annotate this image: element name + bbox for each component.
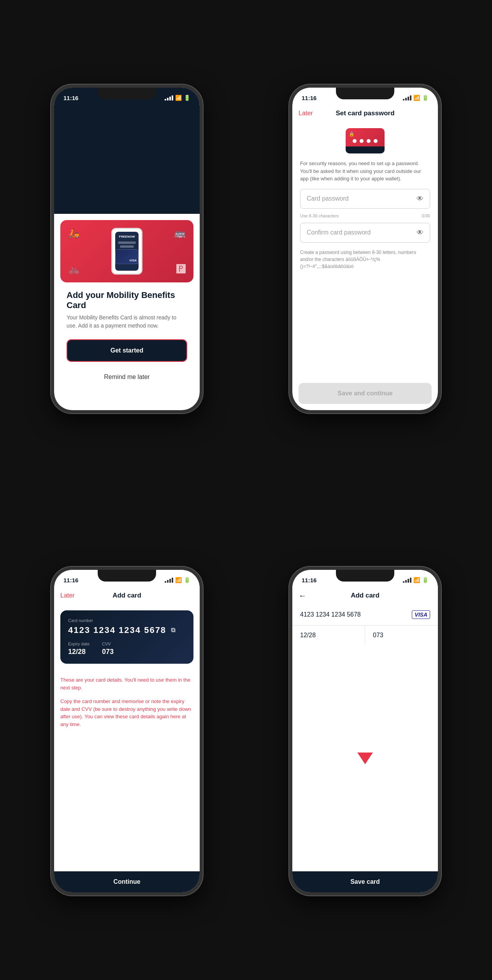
signal-icon-4 bbox=[403, 578, 411, 583]
card-number-value: 4123 1234 1234 5678 ⧉ bbox=[68, 625, 186, 635]
phone-screen-3: 11:16 📶 🔋 Later Add card bbox=[54, 570, 200, 892]
phone-frame-3: 11:16 📶 🔋 Later Add card bbox=[51, 567, 203, 895]
status-bar-2: 11:16 📶 🔋 bbox=[292, 88, 438, 105]
scooter-icon: 🛵 bbox=[68, 228, 80, 239]
expiry-item: Expiry date 12/28 bbox=[68, 642, 90, 656]
status-bar-4: 11:16 📶 🔋 bbox=[292, 570, 438, 587]
info-text-1: These are your card details. You'll need… bbox=[54, 670, 200, 694]
expiry-display: 12/28 bbox=[300, 632, 316, 638]
confirm-password-input[interactable]: Confirm card password 👁 bbox=[300, 223, 430, 243]
status-icons-1: 📶 🔋 bbox=[165, 95, 190, 101]
nav-later-2[interactable]: Later bbox=[299, 110, 313, 117]
card-display: Card number 4123 1234 1234 5678 ⧉ Expiry… bbox=[60, 610, 193, 664]
card-icon-area: 🔒 bbox=[292, 128, 438, 153]
status-time-4: 11:16 bbox=[302, 577, 316, 583]
status-time-1: 11:16 bbox=[63, 95, 78, 101]
cvv-field[interactable]: 073 bbox=[365, 626, 438, 645]
lock-icon: 🔒 bbox=[349, 131, 355, 137]
wifi-icon-2: 📶 bbox=[413, 95, 420, 101]
status-icons-2: 📶 🔋 bbox=[403, 95, 429, 101]
dot-1 bbox=[353, 139, 357, 143]
phone-screen-1: 11:16 📶 🔋 bbox=[54, 88, 200, 410]
nav-title-4: Add card bbox=[351, 592, 380, 599]
card-number-display: 4123 1234 1234 5678 bbox=[300, 611, 361, 618]
card-password-input[interactable]: Card password 👁 bbox=[300, 189, 430, 209]
down-arrow-area bbox=[292, 737, 438, 780]
password-rules: Create a password using between 8-30 let… bbox=[292, 246, 438, 273]
expiry-field[interactable]: 12/28 bbox=[292, 626, 365, 645]
signal-icon-3 bbox=[165, 578, 173, 583]
battery-icon-2: 🔋 bbox=[422, 95, 429, 101]
screen1-cell: 11:16 📶 🔋 bbox=[8, 8, 246, 490]
bus-icon: 🚌 bbox=[174, 228, 186, 239]
card-password-label: Card password bbox=[307, 195, 349, 202]
card-promo-section: 🛵 🚌 🚲 🅿 FREENOW VISA bbox=[54, 214, 200, 398]
nav-header-3: Later Add card bbox=[54, 587, 200, 604]
hint-chars: Use 8-30 characters bbox=[300, 213, 339, 218]
nav-title-3: Add card bbox=[112, 592, 141, 599]
screen4-cell: 11:16 📶 🔋 ← Add card bbox=[246, 490, 484, 972]
phone-mockup: FREENOW VISA bbox=[111, 228, 142, 275]
card-number-label: Card number bbox=[68, 618, 186, 623]
eye-icon-2[interactable]: 👁 bbox=[416, 229, 423, 237]
wifi-icon-1: 📶 bbox=[175, 95, 182, 101]
promo-image: 🛵 🚌 🚲 🅿 FREENOW VISA bbox=[60, 220, 193, 282]
hint-count: 0/30 bbox=[422, 213, 430, 218]
confirm-password-label: Confirm card password bbox=[307, 229, 371, 236]
phone-screen-2: 11:16 📶 🔋 Later Set card password bbox=[292, 88, 438, 410]
phone-mockup-screen: FREENOW VISA bbox=[115, 232, 139, 271]
visa-card-small: VISA bbox=[115, 249, 139, 264]
nav-header-2: Later Set card password bbox=[292, 105, 438, 122]
save-card-button[interactable]: Save card bbox=[292, 871, 438, 892]
status-icons-3: 📶 🔋 bbox=[165, 577, 190, 583]
get-started-button[interactable]: Get started bbox=[67, 339, 187, 362]
promo-desc: Your Mobility Benefits Card is almost re… bbox=[67, 314, 187, 330]
info-text-2: Copy the card number and memorise or not… bbox=[54, 694, 200, 734]
save-continue-button: Save and continue bbox=[299, 383, 432, 404]
card-details-row: Expiry date 12/28 CVV 073 bbox=[68, 642, 186, 656]
promo-image-inner: 🛵 🚌 🚲 🅿 FREENOW VISA bbox=[60, 220, 193, 282]
wifi-icon-3: 📶 bbox=[175, 577, 182, 583]
mockup-line-2 bbox=[120, 245, 134, 248]
status-time-2: 11:16 bbox=[302, 95, 316, 101]
status-bar-3: 11:16 📶 🔋 bbox=[54, 570, 200, 587]
parking-icon: 🅿 bbox=[176, 264, 186, 275]
arrow-down-icon bbox=[357, 753, 373, 764]
status-icons-4: 📶 🔋 bbox=[403, 577, 429, 583]
nav-later-3[interactable]: Later bbox=[60, 592, 74, 599]
battery-icon-1: 🔋 bbox=[184, 95, 190, 101]
security-desc: For security reasons, you need to set up… bbox=[292, 160, 438, 189]
card-icon-visual: 🔒 bbox=[346, 128, 385, 153]
card-password-hint: Use 8-30 characters 0/30 bbox=[292, 212, 438, 223]
eye-icon-1[interactable]: 👁 bbox=[416, 195, 423, 203]
promo-title: Add your Mobility Benefits Card bbox=[67, 290, 187, 310]
wifi-icon-4: 📶 bbox=[413, 577, 420, 583]
continue-button[interactable]: Continue bbox=[54, 871, 200, 892]
mockup-line-1 bbox=[118, 241, 136, 244]
dark-header-1 bbox=[54, 105, 200, 214]
phone-screen-4: 11:16 📶 🔋 ← Add card bbox=[292, 570, 438, 892]
screen2-cell: 11:16 📶 🔋 Later Set card password bbox=[246, 8, 484, 490]
phone-frame-1: 11:16 📶 🔋 bbox=[51, 85, 203, 413]
battery-icon-4: 🔋 bbox=[422, 577, 429, 583]
signal-icon-1 bbox=[165, 95, 173, 100]
dot-2 bbox=[360, 139, 364, 143]
phone-frame-2: 11:16 📶 🔋 Later Set card password bbox=[289, 85, 441, 413]
signal-icon-2 bbox=[403, 95, 411, 100]
card-bottom-stripe bbox=[346, 146, 385, 153]
remind-later-button[interactable]: Remind me later bbox=[67, 368, 187, 386]
battery-icon-3: 🔋 bbox=[184, 577, 190, 583]
visa-text-small: VISA bbox=[129, 259, 137, 262]
bike-icon: 🚲 bbox=[68, 264, 80, 275]
promo-content: Add your Mobility Benefits Card Your Mob… bbox=[60, 290, 193, 392]
cvv-display: 073 bbox=[373, 632, 383, 638]
nav-header-4: ← Add card bbox=[292, 587, 438, 604]
visa-badge: VISA bbox=[412, 610, 430, 619]
back-button-4[interactable]: ← bbox=[299, 591, 306, 600]
copy-icon[interactable]: ⧉ bbox=[171, 627, 176, 634]
card-number-field[interactable]: 4123 1234 1234 5678 VISA bbox=[292, 604, 438, 626]
dot-3 bbox=[367, 139, 371, 143]
card-dots bbox=[353, 139, 378, 143]
cvv-item: CVV 073 bbox=[102, 642, 114, 656]
card-number-row: 4123 1234 1234 5678 VISA bbox=[300, 610, 430, 619]
